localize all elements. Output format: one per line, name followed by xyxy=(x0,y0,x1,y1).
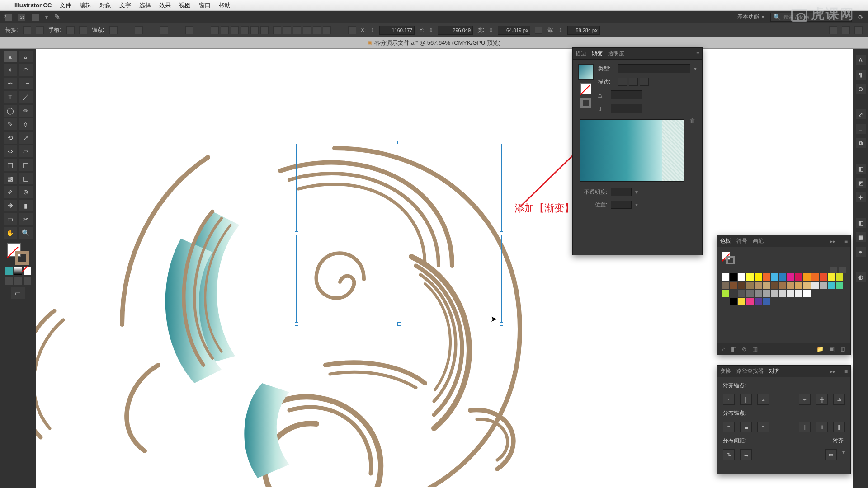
swatch-cell[interactable] xyxy=(820,273,827,281)
paintbrush-tool[interactable]: ✏ xyxy=(19,105,33,117)
swatch-cell[interactable] xyxy=(771,282,778,289)
swatch-cell[interactable] xyxy=(836,282,843,289)
collapse-icon[interactable]: ▸▸ xyxy=(830,368,835,375)
dist-hcenter-button[interactable]: ⦀ xyxy=(816,422,828,432)
swatch-cell[interactable] xyxy=(771,273,778,281)
swatch-cell[interactable] xyxy=(746,282,754,289)
anchor-convert-icon2[interactable] xyxy=(36,26,44,34)
stroke-panel-icon[interactable]: ◧ xyxy=(856,218,866,228)
swatch-cell[interactable] xyxy=(722,290,729,297)
panel-menu-icon[interactable]: ≡ xyxy=(844,368,848,375)
swatch-cell[interactable] xyxy=(811,273,819,281)
dist5-icon[interactable] xyxy=(313,26,321,34)
resize-handle[interactable] xyxy=(295,141,298,144)
mesh-tool[interactable]: ▩ xyxy=(4,173,17,184)
x-stepper-icon[interactable]: ⇕ xyxy=(370,27,375,33)
anchor-convert-icon[interactable] xyxy=(23,26,31,34)
stroke-within-icon[interactable] xyxy=(618,78,627,86)
swatch-libraries-icon[interactable]: ⌂ xyxy=(722,346,726,352)
align-vcenter-button[interactable]: ╫ xyxy=(816,394,828,405)
swatch-cell[interactable] xyxy=(779,282,786,289)
dist2-icon[interactable] xyxy=(283,26,291,34)
menu-help[interactable]: 帮助 xyxy=(219,1,231,9)
globe-icon[interactable] xyxy=(160,26,168,34)
tab-align[interactable]: 对齐 xyxy=(769,367,780,375)
brush-pref-icon[interactable]: ✎ xyxy=(54,13,60,21)
gradient-thumb[interactable] xyxy=(578,64,594,80)
collapse-icon[interactable]: ▸▸ xyxy=(830,238,835,244)
resize-handle[interactable] xyxy=(397,322,401,326)
swatch-cell[interactable] xyxy=(755,290,762,297)
swatch-cell[interactable] xyxy=(755,273,762,281)
gradient-panel-icon[interactable]: ▦ xyxy=(856,232,866,242)
dist-vcenter-button[interactable]: ≣ xyxy=(740,422,752,432)
chevron-down-icon[interactable]: ▾ xyxy=(694,66,697,72)
arrange-docs-icon[interactable] xyxy=(32,14,39,21)
dist-bottom-button[interactable]: ≡ xyxy=(757,422,769,432)
opentype-panel-icon[interactable]: O xyxy=(856,84,866,94)
appearance-panel-icon[interactable]: ◐ xyxy=(856,272,866,282)
tab-brushes[interactable]: 画笔 xyxy=(753,237,764,245)
tab-transform[interactable]: 变换 xyxy=(720,367,731,375)
resize-handle[interactable] xyxy=(500,322,503,326)
swatch-cell[interactable] xyxy=(779,290,786,297)
new-folder-icon[interactable]: 📁 xyxy=(816,346,824,352)
eyedropper-tool[interactable]: ✐ xyxy=(4,186,17,198)
dist-left-button[interactable]: ‖ xyxy=(799,422,811,432)
ellipse-tool[interactable]: ◯ xyxy=(4,105,17,117)
h-field[interactable]: 58.284 px xyxy=(567,26,600,35)
menu-type[interactable]: 文字 xyxy=(119,1,131,9)
transparency-panel-icon[interactable]: ● xyxy=(856,247,866,257)
gradient-mode-icon[interactable] xyxy=(14,267,22,275)
swatch-cell[interactable] xyxy=(803,290,811,297)
selection-bounding-box[interactable] xyxy=(296,142,502,324)
align-hcenter-icon[interactable] xyxy=(221,26,229,34)
menu-select[interactable]: 选择 xyxy=(139,1,151,9)
swatch-fill-stroke[interactable] xyxy=(722,252,735,264)
tab-gradient[interactable]: 渐变 xyxy=(592,50,603,57)
symbols-panel-icon[interactable]: ✦ xyxy=(856,192,866,202)
new-color-group-icon[interactable]: ▥ xyxy=(752,346,758,352)
swatch-cell[interactable] xyxy=(779,273,786,281)
w-field[interactable]: 64.819 px xyxy=(498,26,530,35)
chevron-down-icon[interactable]: ▾ xyxy=(842,449,845,460)
y-field[interactable]: -296.049 xyxy=(438,26,473,35)
swatch-cell[interactable] xyxy=(730,298,737,305)
resize-handle[interactable] xyxy=(500,141,503,144)
help-search[interactable]: 🔍 xyxy=(770,13,852,22)
show-kinds-icon[interactable]: ◧ xyxy=(731,346,736,352)
blend-tool[interactable]: ⊚ xyxy=(19,186,33,198)
swatch-cell[interactable] xyxy=(828,273,835,281)
column-graph-tool[interactable]: ▮ xyxy=(19,200,33,211)
gradient-angle-field[interactable] xyxy=(611,90,642,99)
align-vcenter-icon[interactable] xyxy=(250,26,259,34)
selection-tool[interactable]: ▴ xyxy=(4,51,17,62)
swatch-cell[interactable] xyxy=(820,282,827,289)
swatch-cell[interactable] xyxy=(795,282,802,289)
character-panel-icon[interactable]: A xyxy=(856,55,866,65)
gradient-type-select[interactable] xyxy=(618,64,690,73)
swatch-cell[interactable] xyxy=(730,282,737,289)
link-wh-icon[interactable] xyxy=(535,27,542,34)
curvature-tool[interactable]: 〰 xyxy=(19,78,33,89)
swatch-cell[interactable] xyxy=(763,273,770,281)
anchor-icon2[interactable] xyxy=(135,26,143,34)
sync-icon[interactable]: ⟳ xyxy=(858,14,863,21)
draw-inside-icon[interactable] xyxy=(24,277,31,285)
dist1-icon[interactable] xyxy=(273,26,281,34)
chevron-down-icon[interactable]: ▾ xyxy=(635,189,638,195)
align-panel-icon[interactable]: ≡ xyxy=(856,124,866,134)
dist4-icon[interactable] xyxy=(303,26,311,34)
tab-swatches[interactable]: 色板 xyxy=(720,237,731,245)
align-right-button[interactable]: ⫠ xyxy=(757,394,769,405)
panel-menu-icon[interactable] xyxy=(854,26,863,34)
swatch-cell[interactable] xyxy=(738,290,745,297)
swatch-cell[interactable] xyxy=(795,273,802,281)
resize-handle[interactable] xyxy=(295,322,298,326)
stroke-proxy[interactable] xyxy=(580,98,591,108)
swatch-cell[interactable] xyxy=(730,290,737,297)
menu-edit[interactable]: 编辑 xyxy=(80,1,91,9)
pathfinder-panel-icon[interactable]: ⧉ xyxy=(856,138,866,148)
align-top-button[interactable]: ⫟ xyxy=(799,394,811,405)
anchor-icon1[interactable] xyxy=(109,26,118,34)
